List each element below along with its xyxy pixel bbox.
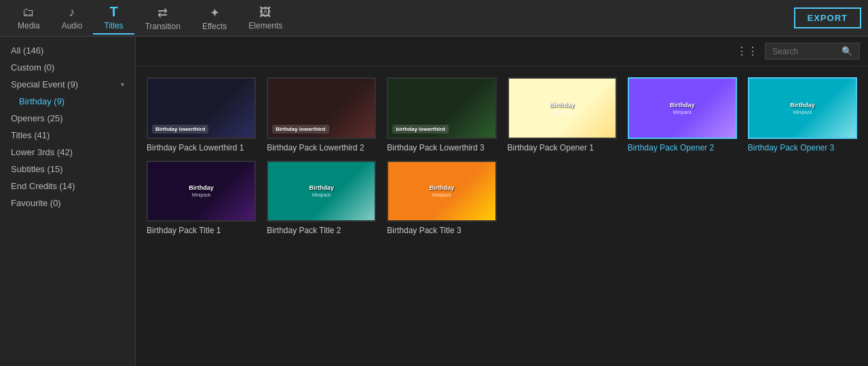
thumb-title-text-opener2: Birthday	[670, 102, 695, 108]
sidebar-item-special-event[interactable]: Special Event (9) ▾	[0, 76, 135, 93]
sidebar-item-lower3rds[interactable]: Lower 3rds (42)	[0, 144, 135, 161]
thumb-title-text-title2: Birthday	[309, 184, 334, 191]
thumb-title-text-title3: Birthday	[430, 184, 455, 191]
sidebar-item-titles[interactable]: Titles (41)	[0, 127, 135, 144]
sidebar-item-subtitles[interactable]: Subtitles (15)	[0, 161, 135, 178]
thumb-lowerthird2: Birthday lowerthird	[268, 79, 375, 138]
grid-view-icon[interactable]: ⋮⋮	[736, 45, 758, 58]
sidebar-item-end-credits[interactable]: End Credits (14)	[0, 178, 135, 195]
grid-item-lowerthird1[interactable]: Birthday lowerthirdBirthday Pack Lowerth…	[147, 77, 256, 152]
thumb-sub-text-title3: Minipack	[432, 192, 451, 197]
nav-item-elements[interactable]: 🖼 Elements	[238, 3, 293, 33]
thumb-title-text-title1: Birthday	[189, 184, 214, 191]
thumb-title-text-opener3: Birthday	[790, 102, 815, 108]
grid-item-opener3[interactable]: BirthdayMinipackBirthday Pack Opener 3	[748, 77, 857, 152]
titles-icon: T	[109, 4, 117, 20]
thumb-opener3: BirthdayMinipack	[749, 79, 856, 138]
sidebar-item-openers[interactable]: Openers (25)	[0, 110, 135, 127]
nav-item-effects[interactable]: ✦ Effects	[191, 3, 238, 34]
grid-item-lowerthird2[interactable]: Birthday lowerthirdBirthday Pack Lowerth…	[267, 77, 376, 152]
elements-icon: 🖼	[259, 5, 271, 20]
thumb-wrapper-opener1: BirthdayMinipack	[508, 77, 617, 139]
thumb-label-opener3: Birthday Pack Opener 3	[748, 143, 857, 152]
thumb-wrapper-lowerthird3: birthday lowerthird	[387, 77, 496, 139]
special-event-chevron: ▾	[121, 81, 124, 88]
thumb-title-text-opener1: Birthday	[550, 102, 575, 108]
thumb-badge-lowerthird3: birthday lowerthird	[392, 125, 448, 134]
thumb-opener2: BirthdayMinipack	[629, 79, 736, 138]
thumb-badge-lowerthird2: Birthday lowerthird	[272, 125, 328, 134]
main-area: All (146) Custom (0) Special Event (9) ▾…	[0, 37, 868, 366]
thumb-badge-lowerthird1: Birthday lowerthird	[152, 125, 208, 134]
thumb-label-lowerthird3: Birthday Pack Lowerthird 3	[387, 143, 496, 152]
thumb-label-title1: Birthday Pack Title 1	[147, 226, 256, 235]
grid-item-title1[interactable]: BirthdayMinipackBirthday Pack Title 1	[147, 161, 256, 236]
export-button[interactable]: EXPORT	[794, 7, 861, 28]
thumb-sub-text-opener2: Minipack	[673, 110, 692, 115]
thumb-title2: BirthdayMinipack	[268, 162, 375, 221]
thumb-label-lowerthird1: Birthday Pack Lowerthird 1	[147, 143, 256, 152]
thumb-label-title3: Birthday Pack Title 3	[387, 226, 496, 235]
thumb-sub-text-title1: Minipack	[192, 192, 211, 197]
nav-label-media: Media	[18, 21, 40, 30]
nav-label-audio: Audio	[62, 21, 83, 30]
thumb-sub-text-title2: Minipack	[312, 192, 331, 197]
search-input[interactable]	[772, 47, 837, 56]
thumb-sub-text-opener3: Minipack	[793, 110, 812, 115]
thumb-wrapper-opener3: BirthdayMinipack	[748, 77, 857, 139]
sidebar-item-all[interactable]: All (146)	[0, 42, 135, 59]
grid-item-opener1[interactable]: BirthdayMinipackBirthday Pack Opener 1	[508, 77, 617, 152]
grid-item-opener2[interactable]: BirthdayMinipackBirthday Pack Opener 2	[628, 77, 737, 152]
thumb-lowerthird1: Birthday lowerthird	[148, 79, 254, 138]
nav-label-titles: Titles	[104, 21, 123, 30]
content-toolbar: ⋮⋮ 🔍	[136, 37, 868, 66]
content-area: ⋮⋮ 🔍 Birthday lowerthirdBirthday Pack Lo…	[136, 37, 868, 366]
search-box: 🔍	[765, 43, 860, 60]
thumb-wrapper-lowerthird1: Birthday lowerthird	[147, 77, 256, 139]
thumb-title1: BirthdayMinipack	[148, 162, 254, 221]
thumb-wrapper-title1: BirthdayMinipack	[147, 161, 256, 222]
thumb-sub-text-opener1: Minipack	[552, 110, 571, 115]
grid-item-title2[interactable]: BirthdayMinipackBirthday Pack Title 2	[267, 161, 376, 236]
top-nav: 🗂 Media ♪ Audio T Titles ⇄ Transition ✦ …	[0, 0, 868, 37]
nav-item-media[interactable]: 🗂 Media	[7, 3, 51, 33]
thumb-label-title2: Birthday Pack Title 2	[267, 226, 376, 235]
grid-item-lowerthird3[interactable]: birthday lowerthirdBirthday Pack Lowerth…	[387, 77, 496, 152]
thumb-opener1: BirthdayMinipack	[509, 79, 616, 138]
sidebar-item-custom[interactable]: Custom (0)	[0, 59, 135, 76]
thumb-wrapper-lowerthird2: Birthday lowerthird	[267, 77, 376, 139]
nav-label-elements: Elements	[248, 21, 282, 30]
sidebar-item-favourite[interactable]: Favourite (0)	[0, 195, 135, 211]
special-event-label: Special Event (9)	[11, 79, 78, 89]
thumb-wrapper-opener2: BirthdayMinipack	[628, 77, 737, 139]
media-icon: 🗂	[22, 5, 35, 20]
thumb-label-opener2: Birthday Pack Opener 2	[628, 143, 737, 152]
effects-icon: ✦	[210, 5, 220, 20]
nav-item-transition[interactable]: ⇄ Transition	[134, 3, 191, 34]
thumb-title3: BirthdayMinipack	[388, 162, 495, 221]
sidebar-item-birthday[interactable]: Birthday (9)	[0, 93, 135, 110]
thumb-lowerthird3: birthday lowerthird	[388, 79, 495, 138]
thumb-label-lowerthird2: Birthday Pack Lowerthird 2	[267, 143, 376, 152]
nav-item-titles[interactable]: T Titles	[93, 1, 134, 35]
grid-item-title3[interactable]: BirthdayMinipackBirthday Pack Title 3	[387, 161, 496, 236]
nav-label-effects: Effects	[202, 22, 227, 31]
audio-icon: ♪	[69, 5, 75, 20]
transition-icon: ⇄	[157, 5, 168, 20]
nav-item-audio[interactable]: ♪ Audio	[51, 3, 94, 33]
sidebar: All (146) Custom (0) Special Event (9) ▾…	[0, 37, 136, 366]
thumb-wrapper-title3: BirthdayMinipack	[387, 161, 496, 222]
search-icon: 🔍	[842, 46, 852, 56]
thumb-wrapper-title2: BirthdayMinipack	[267, 161, 376, 222]
nav-label-transition: Transition	[145, 22, 181, 31]
grid-container: Birthday lowerthirdBirthday Pack Lowerth…	[136, 66, 868, 366]
thumb-label-opener1: Birthday Pack Opener 1	[508, 143, 617, 152]
